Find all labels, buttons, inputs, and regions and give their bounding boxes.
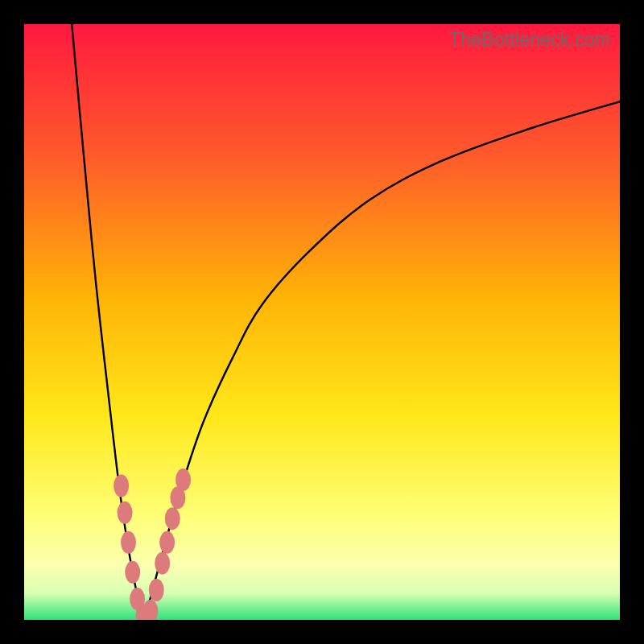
data-marker	[149, 579, 164, 601]
plot-area: TheBottleneck.com	[24, 24, 620, 620]
data-marker	[155, 552, 170, 575]
chart-svg	[24, 24, 620, 620]
data-marker	[114, 475, 129, 497]
gradient-bg	[24, 24, 620, 620]
data-marker	[121, 531, 136, 554]
data-marker	[165, 507, 180, 530]
watermark-text: TheBottleneck.com	[449, 29, 610, 51]
chart-frame: TheBottleneck.com	[0, 0, 644, 644]
data-marker	[159, 531, 175, 554]
data-marker	[125, 561, 140, 584]
data-marker	[175, 469, 191, 491]
data-marker	[118, 502, 133, 524]
